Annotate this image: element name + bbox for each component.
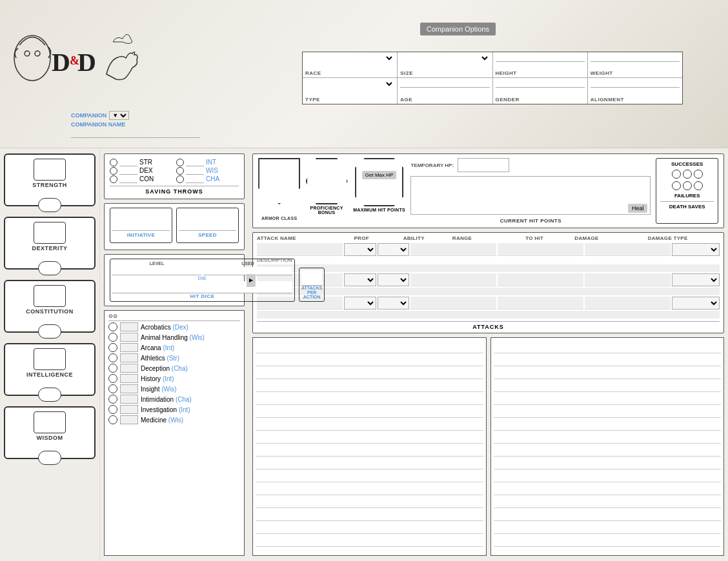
- skill-medicine: Medicine (Wis): [108, 415, 240, 424]
- attack-1-to-hit[interactable]: [498, 243, 583, 256]
- attack-2-range[interactable]: [410, 273, 496, 286]
- skills-header: ⊙⊙: [108, 313, 240, 321]
- attack-1-range[interactable]: [410, 243, 496, 256]
- intelligence-input[interactable]: [34, 351, 65, 368]
- hd-level-input[interactable]: [112, 267, 201, 275]
- attack-2-to-hit[interactable]: [498, 273, 583, 286]
- success-1[interactable]: [672, 170, 681, 179]
- size-select[interactable]: [400, 54, 489, 63]
- constitution-value[interactable]: [34, 285, 66, 307]
- con-save-input[interactable]: [119, 175, 137, 183]
- strength-input[interactable]: [34, 161, 65, 178]
- attack-1-damage[interactable]: [585, 243, 671, 256]
- athletics-value[interactable]: [120, 353, 138, 362]
- int-proficiency-circle[interactable]: [176, 159, 184, 166]
- medicine-proficiency[interactable]: [108, 415, 117, 424]
- height-input[interactable]: [496, 54, 585, 62]
- gender-input[interactable]: [496, 79, 585, 88]
- deception-value[interactable]: [120, 364, 138, 373]
- intelligence-value[interactable]: [34, 348, 66, 370]
- attack-3-ability[interactable]: [378, 297, 410, 310]
- right-column: ARMOR CLASS PROFICIENCY BONUS Get Max HP…: [248, 148, 728, 561]
- wisdom-value[interactable]: [34, 411, 66, 433]
- attack-3-to-hit[interactable]: [498, 297, 583, 310]
- alignment-input[interactable]: [591, 79, 680, 88]
- success-2[interactable]: [683, 170, 692, 179]
- investigation-proficiency[interactable]: [108, 405, 117, 414]
- weight-input[interactable]: [591, 54, 680, 62]
- con-proficiency-circle[interactable]: [110, 175, 117, 183]
- intimidation-value[interactable]: [120, 395, 138, 404]
- race-select[interactable]: [305, 54, 394, 63]
- failure-2[interactable]: [683, 181, 692, 190]
- attack-3-prof[interactable]: [344, 297, 376, 310]
- attack-1-prof[interactable]: [344, 243, 376, 256]
- svg-text:D: D: [52, 48, 70, 77]
- animal-handling-proficiency[interactable]: [108, 333, 117, 342]
- attack-1-ability[interactable]: [378, 243, 410, 256]
- attack-1-name[interactable]: [257, 243, 343, 256]
- history-proficiency[interactable]: [108, 374, 117, 383]
- insight-value[interactable]: [120, 384, 138, 393]
- athletics-proficiency[interactable]: [108, 353, 117, 362]
- failure-3[interactable]: [694, 181, 703, 190]
- attack-2-prof[interactable]: [344, 273, 376, 286]
- wis-save-input[interactable]: [186, 166, 204, 175]
- type-select[interactable]: [305, 79, 394, 88]
- notes-textarea-1[interactable]: [256, 340, 483, 553]
- history-value[interactable]: [120, 374, 138, 383]
- current-hp-input[interactable]: [411, 177, 650, 202]
- companion-select[interactable]: ▼: [109, 111, 129, 120]
- arcana-proficiency[interactable]: [108, 343, 117, 352]
- int-save-input[interactable]: [186, 158, 204, 166]
- companion-options-button[interactable]: Companion Options: [420, 23, 496, 35]
- acrobatics-value[interactable]: [120, 322, 138, 331]
- dex-proficiency-circle[interactable]: [110, 167, 117, 175]
- temporary-hp-input[interactable]: [458, 158, 509, 172]
- attack-2-dmg-type[interactable]: [672, 273, 720, 286]
- speed-input[interactable]: [179, 210, 236, 231]
- deception-proficiency[interactable]: [108, 364, 117, 373]
- wisdom-input[interactable]: [34, 414, 65, 431]
- medicine-value[interactable]: [120, 415, 138, 424]
- hd-die-value-input[interactable]: [112, 281, 292, 293]
- hp-death-saves-row: ARMOR CLASS PROFICIENCY BONUS Get Max HP…: [252, 153, 724, 228]
- attack-1-dmg-type[interactable]: [672, 243, 720, 256]
- success-3[interactable]: [694, 170, 703, 179]
- attack-2-ability[interactable]: [378, 273, 410, 286]
- attack-3-dmg-type[interactable]: [672, 297, 720, 310]
- arcana-value[interactable]: [120, 343, 138, 352]
- proficiency-bonus-input[interactable]: [310, 173, 343, 190]
- max-hp-input[interactable]: [360, 181, 399, 194]
- attacks-per-action-input[interactable]: [301, 270, 322, 286]
- attack-2-damage[interactable]: [585, 273, 671, 286]
- intimidation-proficiency[interactable]: [108, 395, 117, 404]
- dexterity-input[interactable]: [34, 224, 65, 241]
- investigation-value[interactable]: [120, 405, 138, 414]
- saving-throw-cha: CHA: [176, 175, 239, 183]
- insight-proficiency[interactable]: [108, 384, 117, 393]
- companion-name-input[interactable]: [71, 128, 200, 138]
- cha-proficiency-circle[interactable]: [176, 175, 184, 183]
- strength-value[interactable]: [34, 159, 66, 181]
- heal-button[interactable]: Heal: [628, 204, 648, 213]
- attack-3-damage[interactable]: [585, 297, 671, 310]
- wis-proficiency-circle[interactable]: [176, 167, 184, 175]
- attack-3-range[interactable]: [410, 297, 496, 310]
- failure-1[interactable]: [672, 181, 681, 190]
- get-max-hp-button[interactable]: Get Max HP: [362, 171, 397, 179]
- animal-handling-value[interactable]: [120, 333, 138, 342]
- armor-class-input[interactable]: [263, 174, 296, 191]
- dexterity-value[interactable]: [34, 222, 66, 244]
- str-proficiency-circle[interactable]: [110, 159, 117, 166]
- range-header: RANGE: [452, 235, 524, 241]
- initiative-input[interactable]: [112, 210, 170, 231]
- str-save-input[interactable]: [119, 158, 137, 166]
- notes-textarea-2[interactable]: [494, 340, 722, 553]
- cha-save-input[interactable]: [186, 175, 204, 183]
- center-expand-arrow-1[interactable]: ▶: [247, 274, 256, 287]
- age-input[interactable]: [400, 79, 489, 88]
- acrobatics-proficiency[interactable]: [108, 322, 117, 331]
- constitution-input[interactable]: [34, 288, 65, 304]
- dex-save-input[interactable]: [119, 166, 137, 175]
